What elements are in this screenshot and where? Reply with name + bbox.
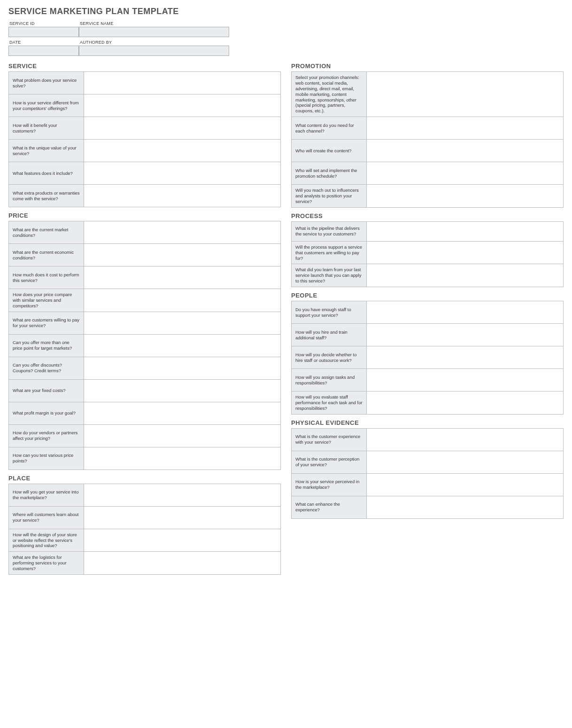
process-heading: PROCESS xyxy=(291,212,564,219)
promotion-q: Will you reach out to influencers and an… xyxy=(292,185,367,208)
price-q: What are the current economic conditions… xyxy=(9,244,84,266)
promotion-a[interactable] xyxy=(367,117,564,140)
price-heading: PRICE xyxy=(8,212,281,219)
promotion-a[interactable] xyxy=(367,72,564,117)
section-price: PRICE What are the current market condit… xyxy=(8,212,281,470)
service-id-label: SERVICE ID xyxy=(8,20,79,27)
evidence-q: How is your service perceived in the mar… xyxy=(292,473,367,496)
promotion-q: What content do you need for each channe… xyxy=(292,117,367,140)
promotion-a[interactable] xyxy=(367,162,564,185)
service-q: What features does it include? xyxy=(9,162,84,185)
service-a[interactable] xyxy=(84,94,281,117)
people-heading: PEOPLE xyxy=(291,292,564,299)
service-q: How is your service different from your … xyxy=(9,94,84,117)
promotion-q: Select your promotion channels: web cont… xyxy=(292,72,367,117)
place-a[interactable] xyxy=(84,529,281,552)
service-q: What extra products or warranties come w… xyxy=(9,185,84,207)
service-table: What problem does your service solve? Ho… xyxy=(8,71,281,207)
price-a[interactable] xyxy=(84,312,281,334)
evidence-a[interactable] xyxy=(367,473,564,496)
price-q: Can you offer discounts? Coupons? Credit… xyxy=(9,357,84,379)
price-a[interactable] xyxy=(84,289,281,312)
price-a[interactable] xyxy=(84,221,281,244)
price-q: What profit margin is your goal? xyxy=(9,402,84,424)
promotion-q: Who will set and implement the promotion… xyxy=(292,162,367,185)
place-q: How will you get your service into the m… xyxy=(9,484,84,506)
place-a[interactable] xyxy=(84,506,281,529)
price-a[interactable] xyxy=(84,402,281,424)
service-id-input[interactable] xyxy=(8,27,79,37)
service-a[interactable] xyxy=(84,72,281,94)
process-a[interactable] xyxy=(367,221,564,241)
evidence-table: What is the customer experience with you… xyxy=(291,428,564,519)
price-q: Can you offer more than one price point … xyxy=(9,334,84,357)
service-a[interactable] xyxy=(84,185,281,207)
people-q: How will you evaluate staff performance … xyxy=(292,391,367,415)
service-q: What problem does your service solve? xyxy=(9,72,84,94)
service-q: What is the unique value of your service… xyxy=(9,140,84,162)
price-q: How do your vendors or partners affect y… xyxy=(9,424,84,447)
evidence-a[interactable] xyxy=(367,451,564,473)
evidence-heading: PHYSICAL EVIDENCE xyxy=(291,419,564,426)
people-table: Do you have enough staff to support your… xyxy=(291,301,564,415)
place-a[interactable] xyxy=(84,484,281,506)
people-a[interactable] xyxy=(367,369,564,391)
price-table: What are the current market conditions? … xyxy=(8,221,281,470)
place-heading: PLACE xyxy=(8,475,281,482)
service-name-input[interactable] xyxy=(79,27,229,37)
evidence-q: What is the customer perception of your … xyxy=(292,451,367,473)
service-name-label: SERVICE NAME xyxy=(79,20,229,27)
evidence-q: What is the customer experience with you… xyxy=(292,428,367,451)
price-a[interactable] xyxy=(84,266,281,289)
people-a[interactable] xyxy=(367,391,564,415)
section-service: SERVICE What problem does your service s… xyxy=(8,63,281,207)
promotion-q: Who will create the content? xyxy=(292,140,367,162)
people-q: How will you assign tasks and responsibi… xyxy=(292,369,367,391)
promotion-a[interactable] xyxy=(367,185,564,208)
price-a[interactable] xyxy=(84,447,281,470)
authored-by-input[interactable] xyxy=(79,46,229,56)
price-a[interactable] xyxy=(84,334,281,357)
process-a[interactable] xyxy=(367,264,564,287)
section-promotion: PROMOTION Select your promotion channels… xyxy=(291,63,564,208)
service-a[interactable] xyxy=(84,162,281,185)
right-column: PROMOTION Select your promotion channels… xyxy=(291,63,564,579)
date-input[interactable] xyxy=(8,46,79,56)
place-a[interactable] xyxy=(84,552,281,575)
service-heading: SERVICE xyxy=(8,63,281,70)
people-q: Do you have enough staff to support your… xyxy=(292,301,367,324)
people-q: How will you decide whether to hire staf… xyxy=(292,346,367,369)
place-q: What are the logistics for performing se… xyxy=(9,552,84,575)
process-a[interactable] xyxy=(367,241,564,264)
service-q: How will it benefit your customers? xyxy=(9,117,84,140)
evidence-a[interactable] xyxy=(367,496,564,518)
page-title: SERVICE MARKETING PLAN TEMPLATE xyxy=(8,7,564,16)
service-a[interactable] xyxy=(84,117,281,140)
promotion-a[interactable] xyxy=(367,140,564,162)
evidence-a[interactable] xyxy=(367,428,564,451)
price-a[interactable] xyxy=(84,424,281,447)
process-q: Will the process support a service that … xyxy=(292,241,367,264)
date-label: DATE xyxy=(8,39,79,46)
people-a[interactable] xyxy=(367,324,564,346)
price-a[interactable] xyxy=(84,379,281,402)
section-people: PEOPLE Do you have enough staff to suppo… xyxy=(291,292,564,415)
process-q: What is the pipeline that delivers the s… xyxy=(292,221,367,241)
evidence-q: What can enhance the experience? xyxy=(292,496,367,518)
people-a[interactable] xyxy=(367,301,564,324)
left-column: SERVICE What problem does your service s… xyxy=(8,63,281,579)
price-q: How does your price compare with similar… xyxy=(9,289,84,312)
promotion-heading: PROMOTION xyxy=(291,63,564,70)
promotion-table: Select your promotion channels: web cont… xyxy=(291,71,564,208)
people-q: How will you hire and train additional s… xyxy=(292,324,367,346)
section-place: PLACE How will you get your service into… xyxy=(8,475,281,575)
place-table: How will you get your service into the m… xyxy=(8,484,281,575)
price-a[interactable] xyxy=(84,357,281,379)
people-a[interactable] xyxy=(367,346,564,369)
price-q: What are the current market conditions? xyxy=(9,221,84,244)
process-table: What is the pipeline that delivers the s… xyxy=(291,221,564,287)
price-q: What are your fixed costs? xyxy=(9,379,84,402)
service-a[interactable] xyxy=(84,140,281,162)
meta-row-1: SERVICE ID SERVICE NAME xyxy=(8,20,564,37)
price-a[interactable] xyxy=(84,244,281,266)
